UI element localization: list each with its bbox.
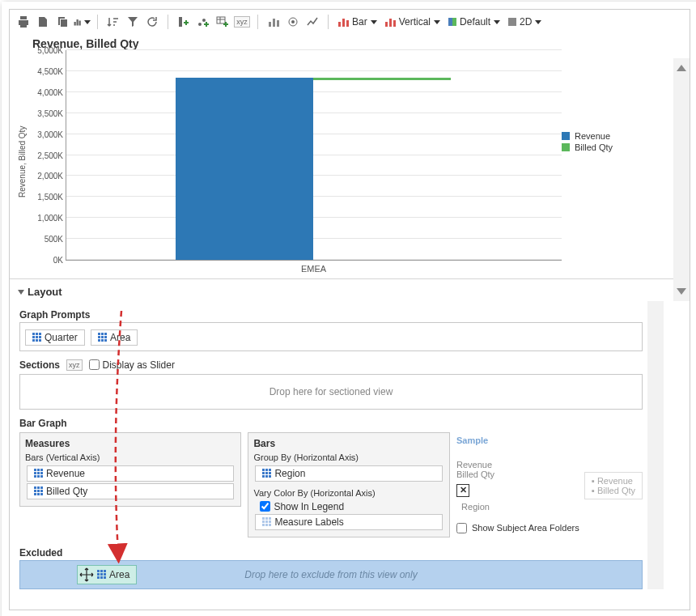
display-as-slider-label: Display as Slider xyxy=(103,359,175,371)
svg-rect-6 xyxy=(217,17,225,23)
show-folders-checkbox[interactable] xyxy=(456,523,467,533)
svg-rect-2 xyxy=(79,21,81,26)
xyz-icon[interactable]: xyz xyxy=(233,13,251,31)
sections-dropzone[interactable]: Drop here for sectioned view xyxy=(19,374,643,410)
pill-area-dragging[interactable]: Area xyxy=(77,565,137,584)
show-folders[interactable]: Show Subject Area Folders xyxy=(456,523,643,533)
display-as-slider-checkbox[interactable] xyxy=(89,359,100,370)
svg-rect-3 xyxy=(179,17,182,27)
grip-icon xyxy=(34,469,43,478)
move-cursor-icon xyxy=(79,567,94,582)
toolbar: xyz Bar Vertical Default 2D xyxy=(10,10,690,34)
sections-header: Sections xyxy=(19,359,60,371)
graph-prompts-header: Graph Prompts xyxy=(19,309,643,321)
sample-leg1: Revenue xyxy=(597,476,633,486)
grip-icon xyxy=(34,486,43,495)
legend-item-billedqty: Billed Qty xyxy=(575,142,613,152)
target-icon[interactable] xyxy=(284,13,302,31)
pill-revenue-label: Revenue xyxy=(46,468,85,479)
svg-rect-0 xyxy=(74,22,76,26)
trend-icon[interactable] xyxy=(303,13,321,31)
grip-icon xyxy=(262,517,271,526)
bars-header: Bars xyxy=(253,438,444,449)
copy-icon[interactable] xyxy=(53,13,71,31)
sample-m2: Billed Qty xyxy=(456,469,494,479)
style-label: Default xyxy=(460,16,490,28)
pill-billedqty-label: Billed Qty xyxy=(46,486,87,497)
svg-point-8 xyxy=(291,20,295,23)
dimension-swatch-icon xyxy=(508,18,516,26)
xyz-sections-icon[interactable]: xyz xyxy=(66,359,83,371)
print-icon[interactable] xyxy=(15,13,32,31)
chart-plot: 0K500K1,000K1,500K2,000K2,500K3,000K3,50… xyxy=(66,50,562,261)
sort-icon[interactable] xyxy=(104,13,122,31)
add-table-icon[interactable] xyxy=(214,13,231,31)
chart-title: Revenue, Billed Qty xyxy=(10,34,673,50)
chart-legend: Revenue Billed Qty xyxy=(562,50,667,274)
show-folders-label: Show Subject Area Folders xyxy=(472,523,579,533)
chart-scrollbar[interactable] xyxy=(673,58,690,301)
sections-dropzone-text: Drop here for sectioned view xyxy=(269,386,393,397)
pill-quarter[interactable]: Quarter xyxy=(25,329,85,346)
excluded-dropzone-text: Drop here to exclude from this view only xyxy=(244,569,417,580)
svg-point-4 xyxy=(198,23,202,26)
bars-plain-icon[interactable] xyxy=(265,13,282,31)
twisty-icon xyxy=(18,290,24,295)
layout-header-label: Layout xyxy=(28,286,62,298)
refresh-icon[interactable] xyxy=(143,13,161,31)
bars-panel: Bars Group By (Horizontal Axis) Region V… xyxy=(248,432,450,537)
pill-area-prompts[interactable]: Area xyxy=(91,329,138,346)
excluded-dropzone[interactable]: Drop here to exclude from this view only… xyxy=(19,560,643,589)
show-in-legend-label: Show In Legend xyxy=(274,501,344,512)
excluded-header: Excluded xyxy=(19,547,643,559)
svg-rect-1 xyxy=(77,19,79,26)
layout-scrollbar[interactable] xyxy=(647,301,664,589)
add-scatter-icon[interactable] xyxy=(194,13,212,31)
sample-xaxis: Region xyxy=(456,502,494,512)
pill-area-label: Area xyxy=(110,332,130,343)
scroll-down-icon[interactable] xyxy=(677,288,686,295)
orientation-dropdown[interactable]: Vertical xyxy=(382,15,443,29)
style-dropdown[interactable]: Default xyxy=(445,15,503,29)
bars-varycolor: Vary Color By (Horizontal Axis) xyxy=(253,488,444,498)
pill-region[interactable]: Region xyxy=(255,465,443,482)
display-as-slider[interactable]: Display as Slider xyxy=(89,359,175,371)
style-swatch-icon xyxy=(448,18,456,26)
pill-revenue[interactable]: Revenue xyxy=(27,465,234,482)
export-icon[interactable] xyxy=(34,13,52,31)
sample-preview: Sample Revenue Billed Qty ✕ Region ▪ Rev… xyxy=(456,432,643,533)
sample-leg2: Billed Qty xyxy=(597,486,635,495)
bargraph-header: Bar Graph xyxy=(19,418,643,429)
dimension-label: 2D xyxy=(520,16,532,28)
svg-point-5 xyxy=(202,19,206,22)
y-axis-label: Revenue, Billed Qty xyxy=(16,50,28,274)
editor-window: xyz Bar Vertical Default 2D R xyxy=(2,2,696,616)
funnel-icon[interactable] xyxy=(124,13,142,31)
pill-region-label: Region xyxy=(274,468,305,479)
add-column-icon[interactable] xyxy=(175,13,193,31)
orientation-label: Vertical xyxy=(399,16,431,28)
x-axis-category: EMEA xyxy=(66,261,562,274)
measures-panel: Measures Bars (Vertical Axis) Revenue Bi… xyxy=(19,432,241,507)
pill-billedqty[interactable]: Billed Qty xyxy=(27,483,234,499)
measures-sub: Bars (Vertical Axis) xyxy=(25,452,236,462)
legend-item-revenue: Revenue xyxy=(575,131,610,141)
scroll-up-icon[interactable] xyxy=(677,65,686,71)
show-in-legend-checkbox[interactable] xyxy=(260,501,270,512)
pill-measure-labels[interactable]: Measure Labels xyxy=(255,514,443,530)
pill-measure-labels-text: Measure Labels xyxy=(274,516,343,528)
pill-area-dragging-label: Area xyxy=(109,569,129,580)
show-in-legend[interactable]: Show In Legend xyxy=(260,501,444,512)
grip-icon xyxy=(98,333,107,342)
sample-chart-icon: ✕ xyxy=(456,484,469,497)
chart-type-label: Bar xyxy=(352,16,367,28)
graph-prompts-dropzone[interactable]: Quarter Area xyxy=(19,322,643,351)
chart-type-dropdown[interactable]: Bar xyxy=(335,15,380,29)
grip-icon xyxy=(32,333,41,342)
sample-title: Sample xyxy=(456,435,643,445)
layout-section-header[interactable]: Layout xyxy=(10,278,673,301)
bars-icon-red xyxy=(338,17,349,27)
grip-icon xyxy=(262,469,271,478)
chart-dropdown-icon[interactable] xyxy=(73,13,91,31)
dimension-dropdown[interactable]: 2D xyxy=(505,15,545,29)
